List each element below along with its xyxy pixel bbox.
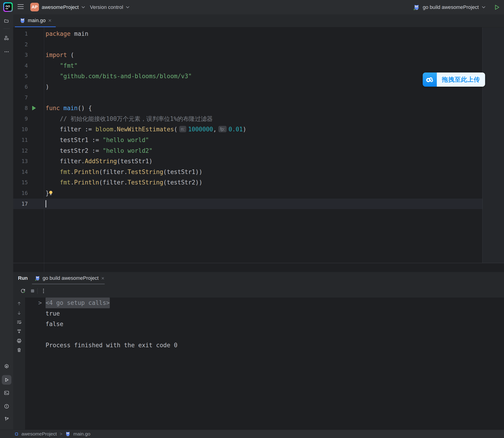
main-toolbar: GO AP awesomeProject Version control go … [0, 0, 504, 15]
tab-label: main.go [28, 18, 46, 23]
code-line-4[interactable]: 4 "fmt" [13, 60, 482, 71]
code-text [46, 199, 482, 209]
line-number: 16 [13, 188, 28, 199]
fold-expand-icon[interactable]: > [38, 297, 42, 308]
code-line-15[interactable]: 15 fmt.Println(filter.TestString(testStr… [13, 177, 482, 188]
breadcrumb-project[interactable]: awesomeProject [21, 431, 57, 437]
git-branch-icon[interactable] [4, 416, 9, 422]
folded-setup-calls[interactable]: <4 go setup calls> [46, 297, 110, 308]
token [46, 168, 60, 175]
code-line-6[interactable]: 6) [13, 82, 482, 92]
code-line-11[interactable]: 11 testStr1 := "hello world" [13, 135, 482, 145]
token: package [46, 30, 71, 37]
text-caret [46, 200, 46, 208]
gutter-marker [31, 84, 38, 90]
services-icon[interactable] [4, 364, 9, 369]
token: testStr1 := [46, 137, 103, 143]
line-number: 7 [13, 92, 28, 103]
gutter-marker [31, 158, 38, 165]
code-line-7[interactable]: 7 [13, 92, 482, 103]
run-tab-label: go build awesomeProject [42, 275, 99, 281]
code-line-16[interactable]: 16} [13, 188, 482, 199]
next-occurrence-icon[interactable] [16, 310, 22, 316]
gutter-marker [31, 137, 38, 144]
code-line-13[interactable]: 13 filter.AddString(testStr1) [13, 156, 482, 167]
run-line-icon[interactable] [31, 105, 37, 111]
project-folder-icon[interactable] [4, 19, 9, 24]
token: . [71, 179, 74, 186]
run-panel-header: Run go build awesomeProject [13, 272, 504, 284]
token: NewWithEstimates [117, 126, 174, 133]
inlay-hint: fp: [218, 126, 227, 132]
version-control-label: Version control [90, 4, 123, 10]
prev-occurrence-icon[interactable] [16, 301, 22, 306]
gutter-marker[interactable] [31, 105, 38, 112]
run-tool-window: Run go build awesomeProject [13, 272, 504, 429]
close-icon[interactable] [48, 19, 52, 22]
run-tool-window-selected[interactable] [2, 375, 11, 385]
token: . [113, 126, 117, 133]
hamburger-menu-icon[interactable] [18, 4, 24, 10]
inlay-hint: n: [179, 126, 186, 132]
token: import [46, 52, 67, 58]
code-line-9[interactable]: 9 // 初始化能接收100万个元素，误判率位1%的布隆过滤器 [13, 114, 482, 124]
gutter-marker [31, 148, 38, 154]
token: (filter. [99, 179, 127, 186]
token: () { [78, 105, 92, 111]
token: ( [67, 52, 74, 58]
run-button[interactable] [494, 4, 500, 11]
rerun-icon[interactable] [20, 288, 26, 294]
netdisk-cloud-icon [423, 73, 437, 87]
code-editor[interactable]: 1package main23import (4 "fmt"5 "github.… [13, 27, 504, 272]
tab-main-go[interactable]: main.go [15, 14, 56, 26]
more-tool-windows-icon[interactable] [4, 49, 9, 55]
code-line-2[interactable]: 2 [13, 39, 482, 50]
scroll-to-end-icon[interactable] [16, 328, 22, 334]
project-widget-icon[interactable] [15, 432, 19, 436]
line-number: 8 [13, 103, 28, 114]
run-config-name[interactable]: go build awesomeProject [423, 4, 479, 10]
run-tab[interactable]: go build awesomeProject [32, 272, 108, 284]
terminal-icon[interactable] [4, 390, 9, 395]
drag-upload-label: 拖拽至此上传 [437, 73, 485, 87]
gutter-marker [31, 126, 38, 133]
breadcrumb-file[interactable]: main.go [73, 431, 90, 437]
token: Println [74, 168, 99, 175]
token: filter. [46, 158, 85, 165]
console-icon-strip [13, 297, 25, 429]
project-selector[interactable]: awesomeProject [42, 0, 85, 14]
code-text: package main [46, 29, 482, 39]
soft-wrap-icon[interactable] [16, 319, 22, 325]
gutter-marker [31, 94, 38, 101]
code-line-14[interactable]: 14 fmt.Println(filter.TestString(testStr… [13, 167, 482, 177]
version-control-selector[interactable]: Version control [90, 0, 129, 14]
goland-logo-icon: GO [3, 2, 13, 12]
structure-icon[interactable] [4, 35, 9, 41]
code-line-17[interactable]: 17 [13, 199, 482, 209]
code-line-10[interactable]: 10 filter := bloom.NewWithEstimates(n:10… [13, 124, 482, 135]
code-line-1[interactable]: 1package main [13, 29, 482, 39]
token: fmt [60, 168, 71, 175]
code-line-12[interactable]: 12 testStr2 := "hello world2" [13, 145, 482, 156]
token: (testStr2)) [163, 179, 202, 186]
code-line-8[interactable]: 8func main() { [13, 103, 482, 114]
drag-upload-overlay[interactable]: 拖拽至此上传 [423, 73, 485, 87]
status-bar: awesomeProject > main.go [0, 429, 504, 438]
run-configuration-widget: go build awesomeProject [414, 0, 500, 14]
clear-console-icon[interactable] [16, 347, 22, 353]
print-icon[interactable] [16, 338, 22, 344]
stop-icon[interactable] [30, 288, 35, 294]
run-toolbar [13, 284, 504, 298]
line-number: 3 [13, 50, 28, 60]
problems-icon[interactable] [4, 404, 9, 409]
console-fold-line[interactable]: ><4 go setup calls> [25, 297, 504, 308]
code-line-5[interactable]: 5 "github.com/bits-and-blooms/bloom/v3" [13, 71, 482, 82]
more-options-icon[interactable] [41, 288, 46, 294]
run-console[interactable]: ><4 go setup calls>truefalseProcess fini… [25, 297, 504, 429]
token: (testStr1) [117, 158, 153, 165]
intention-bulb-icon[interactable] [48, 190, 53, 196]
code-line-3[interactable]: 3import ( [13, 50, 482, 60]
chevron-down-icon[interactable] [482, 6, 485, 9]
token: , [213, 126, 217, 133]
close-icon[interactable] [101, 277, 105, 280]
